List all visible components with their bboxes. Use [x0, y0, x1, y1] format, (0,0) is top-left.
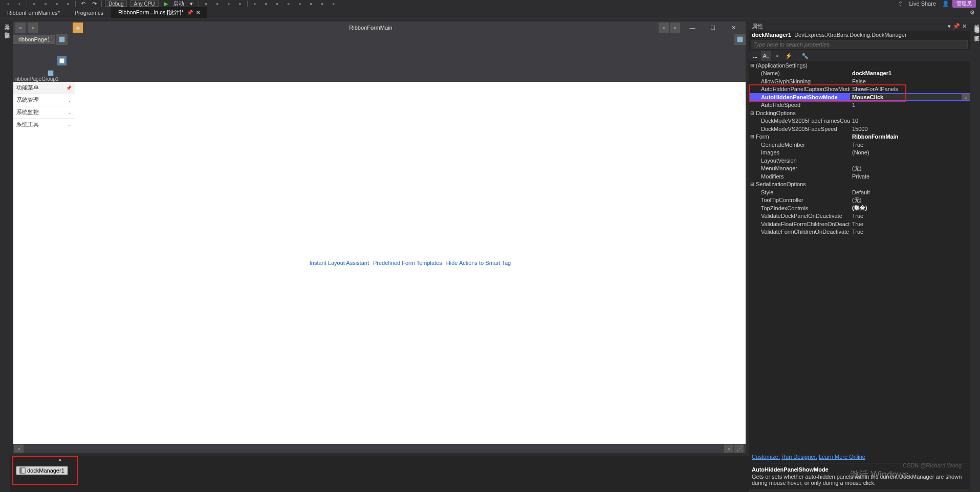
property-value[interactable]: (None) — [850, 149, 970, 155]
designer-bottom-icon[interactable]: ▫ — [724, 444, 733, 453]
ribbon-tab-page1[interactable]: ribbonPage1 — [13, 35, 55, 44]
toolbar-icon[interactable]: ▫ — [225, 0, 233, 7]
tab-program-cs[interactable]: Program.cs — [68, 7, 111, 18]
property-value[interactable]: RibbonFormMain — [850, 133, 970, 140]
designer-btn[interactable]: ▫ — [28, 23, 38, 33]
expand-icon[interactable]: ⊞ — [749, 134, 756, 139]
liveshare-label[interactable]: Live Share — [906, 1, 939, 7]
property-row[interactable]: LayoutVersion — [749, 156, 970, 165]
link-customize[interactable]: Customize, — [752, 454, 780, 460]
property-value[interactable]: True — [850, 221, 970, 227]
property-value[interactable]: False — [850, 78, 970, 84]
property-row[interactable]: AutoHiddenPanelShowModeMouseClick⌄ — [749, 93, 970, 101]
property-value[interactable]: Private — [850, 173, 970, 180]
close-icon[interactable]: ✕ — [962, 23, 967, 30]
ribbon-group-add-icon[interactable] — [57, 56, 67, 65]
undo-icon[interactable]: ↶ — [79, 0, 87, 7]
platform-dropdown[interactable]: Any CPU — [130, 1, 158, 7]
toolbar-icon[interactable]: ▫ — [251, 0, 259, 7]
hint-link-templates[interactable]: Predefined Form Templates — [373, 260, 442, 266]
dropdown-icon[interactable]: ▾ — [948, 23, 951, 30]
smart-tag-icon[interactable]: ▸ — [59, 457, 62, 462]
minimize-icon[interactable]: — — [682, 21, 703, 34]
property-row[interactable]: ⊞DockingOptions — [749, 109, 970, 117]
property-row[interactable]: MenuManager(无) — [749, 165, 970, 173]
ribbon-body[interactable]: ribbonPageGroup1 — [13, 45, 746, 82]
grip-icon[interactable]: ⋰ — [734, 444, 744, 453]
pin-icon[interactable]: 📌 — [66, 85, 72, 91]
property-value[interactable]: True — [850, 142, 970, 148]
link-run-designer[interactable]: Run Designer, — [781, 454, 817, 460]
expand-icon[interactable]: ⊞ — [749, 182, 756, 187]
ribbon-expand-icon[interactable] — [734, 34, 746, 45]
right-solution-strip[interactable]: 解决方案资源管理器 诊断工具 — [970, 18, 980, 492]
hint-link-layout[interactable]: Instant Layout Assistant — [310, 260, 369, 266]
events-icon[interactable]: ⚡ — [783, 51, 794, 61]
property-value[interactable]: 1 — [850, 102, 970, 108]
property-row[interactable]: (Name)dockManager1 — [749, 70, 970, 78]
categorize-icon[interactable]: ☷ — [750, 51, 760, 61]
property-row[interactable]: DockModeVS2005FadeSpeed15000 — [749, 125, 970, 133]
design-surface[interactable]: 功能菜单 📌 系统管理⌄ 系统监控⌄ 系统工具⌄ Instant Layout … — [13, 82, 746, 444]
property-value[interactable]: (集合) — [850, 204, 970, 212]
dropdown-icon[interactable]: ▾ — [187, 0, 195, 7]
property-row[interactable]: TopZIndexControls(集合) — [749, 204, 970, 212]
liveshare-icon[interactable]: ⇪ — [898, 1, 903, 7]
toolbar-icon[interactable]: ▫ — [213, 0, 222, 7]
maximize-icon[interactable]: ☐ — [703, 21, 723, 34]
user-icon[interactable]: 👤 — [942, 1, 949, 7]
property-value[interactable]: (无) — [850, 196, 970, 204]
property-value[interactable]: 15000 — [850, 126, 970, 132]
toolbar-icon[interactable]: ▫ — [318, 0, 326, 7]
link-learn-more[interactable]: Learn More Online — [819, 454, 865, 460]
property-value[interactable]: (无) — [850, 165, 970, 172]
property-row[interactable]: DockModeVS2005FadeFramesCount10 — [749, 117, 970, 125]
config-dropdown[interactable]: Debug — [105, 1, 127, 7]
ribbon-add-icon[interactable] — [56, 34, 68, 45]
expand-icon[interactable]: ⊞ — [749, 110, 756, 116]
property-value[interactable]: Default — [850, 189, 970, 195]
designer-bottom-icon[interactable]: ▫ — [14, 444, 24, 453]
property-row[interactable]: ValidateDockPanelOnDeactivateTrue — [749, 212, 970, 220]
nav-fwd-icon[interactable]: ◦ — [15, 0, 24, 7]
designer-btn[interactable]: ▫ — [670, 23, 680, 33]
property-row[interactable]: StyleDefault — [749, 188, 970, 196]
close-icon[interactable]: ✕ — [196, 10, 200, 15]
save-icon[interactable]: ▫ — [53, 0, 61, 7]
property-row[interactable]: ⊞FormRibbonFormMain — [749, 133, 970, 141]
new-icon[interactable]: ▫ — [30, 0, 38, 7]
toolbar-icon[interactable]: ▫ — [236, 0, 244, 7]
property-row[interactable]: ToolTipController(无) — [749, 196, 970, 205]
property-value[interactable]: dockManager1 — [850, 70, 970, 76]
menu-item[interactable]: 系统监控⌄ — [13, 106, 75, 118]
nav-back-icon[interactable]: ◦ — [4, 0, 12, 7]
toolbar-icon[interactable]: ▫ — [202, 0, 210, 7]
tab-ribbonformmain-cs[interactable]: RibbonFormMain.cs* — [0, 7, 68, 18]
left-toolbox-strip[interactable]: 工具箱 数据源 — [0, 18, 10, 492]
toolbar-icon[interactable]: ▫ — [262, 0, 270, 7]
property-row[interactable]: Images(None) — [749, 149, 970, 157]
property-row[interactable]: ValidateFormChildrenOnDeactivateTrue — [749, 228, 970, 236]
hint-link-smarttag[interactable]: Hide Actions to Smart Tag — [446, 260, 511, 266]
toolbar-icon[interactable]: ▫ — [273, 0, 281, 7]
properties-search-input[interactable] — [751, 40, 968, 49]
property-row[interactable]: AutoHideSpeed1 — [749, 101, 970, 109]
toolbar-icon[interactable]: ▫ — [296, 0, 304, 7]
designer-orange-icon[interactable]: ◆ — [73, 23, 83, 33]
properties-object-selector[interactable]: dockManager1 DevExpress.XtraBars.Docking… — [749, 31, 970, 39]
property-value[interactable]: True — [850, 229, 970, 235]
toolbar-icon[interactable]: ▫ — [330, 0, 338, 7]
component-tray[interactable]: ▸ dockManager1 — [10, 456, 749, 492]
properties-grid[interactable]: ⊞(ApplicationSettings)(Name)dockManager1… — [749, 61, 970, 451]
property-row[interactable]: AllowGlyphSkinningFalse — [749, 77, 970, 85]
alphabetical-icon[interactable]: A↓ — [761, 51, 771, 61]
expand-icon[interactable]: ⊞ — [749, 63, 756, 68]
designer-btn[interactable]: ▫ — [15, 23, 26, 33]
start-icon[interactable]: ▶ — [162, 0, 170, 7]
toolbar-icon[interactable]: ▫ — [285, 0, 293, 7]
start-label[interactable]: 启动 — [173, 0, 184, 8]
settings-gear-icon[interactable]: ⚙ — [970, 9, 975, 16]
pin-icon[interactable]: 📌 — [953, 23, 960, 30]
saveall-icon[interactable]: ▫ — [64, 0, 72, 7]
redo-icon[interactable]: ↷ — [90, 0, 98, 7]
